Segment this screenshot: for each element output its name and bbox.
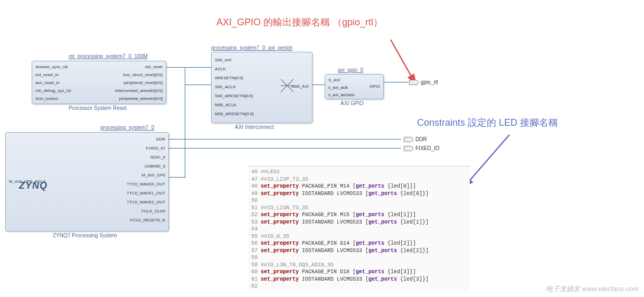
port: s_axi_aclk [328,85,348,90]
port: TTC0_WAVE1_OUT [127,191,165,196]
ext-port-gpio-rtl-label: gpio_rtl [421,79,438,85]
port: dcm_locked [35,96,58,101]
port: M00_ACLK [215,103,236,107]
port: SDIO_0 [150,155,165,160]
code-line: 57set_property IOSTANDARD LVCMOS33 [get_… [248,247,470,255]
port: TTC0_WAVE2_OUT [127,200,165,205]
code-line: 62 [248,283,470,290]
port: mb_debug_sys_rst [35,88,71,93]
port: DDR [156,137,165,142]
code-line: 48set_property PACKAGE_PIN M14 [get_port… [248,183,470,190]
svg-line-1 [463,135,509,188]
port: ARESETN[0:0] [215,76,243,80]
ext-port-ddr[interactable]: DDR [404,136,427,142]
port: FCLK_RESET0_N [130,218,165,222]
code-line: 55##IO_0_35 [248,233,470,240]
port: S_AXI [328,78,340,82]
port: M00_ARESETN[0:0] [215,112,253,116]
code-line: 46##LEDs [248,169,470,176]
zynq-block[interactable]: M_AXI_GP0_ACLK DDRFIXED_IOSDIO_0USBIND_0… [5,132,169,231]
zynq-block-caption: ZYNQ7 Processing System [53,233,117,238]
port: bus_struct_reset[0:0] [123,72,163,77]
gpio-port-gpio: GPIO [370,84,380,89]
code-line: 51##IO_L23N_T3_35 [248,205,470,212]
port: TTC0_WAVE0_OUT [127,182,165,187]
rst-block-title: rst_processing_system7_0_100M [69,53,148,59]
code-line: 56set_property PACKAGE_PIN G14 [get_port… [248,240,470,247]
port: interconnect_aresetn[0:0] [115,88,163,93]
port: peripheral_reset[0:0] [124,80,163,85]
code-line: 59##IO_L3N_T0_DQS_AD1N_35 [248,262,470,269]
zynq-logo: ZYNQ [19,180,48,191]
port: M_AXI_GP0 [142,173,165,178]
port: slowest_sync_clk [35,64,68,69]
gpio-block-title: axi_gpio_0 [338,67,363,73]
code-line: 54 [248,226,470,233]
code-line: 61set_property IOSTANDARD LVCMOS33 [get_… [248,276,470,283]
ext-port-gpio-rtl[interactable]: gpio_rtl [409,79,438,85]
code-line: 60set_property PACKAGE_PIN D18 [get_port… [248,268,470,276]
port: S00_AXI [215,58,232,62]
rst-block[interactable]: slowest_sync_clkext_reset_inaux_reset_in… [32,61,166,104]
port: mb_reset [145,64,163,69]
annotation-gpio-output: AXI_GPIO 的輸出接腳名稱 （gpio_rtl） [216,16,383,29]
ext-port-fixed-io-label: FIXED_IO [415,145,440,151]
code-line: 58 [248,254,470,262]
code-line: 52set_property PACKAGE_PIN M15 [get_port… [248,211,470,219]
gpio-block[interactable]: S_AXIs_axi_aclks_axi_aresetn GPIO [325,74,384,99]
port: peripheral_aresetn[0:0] [119,96,163,101]
code-line: 53set_property IOSTANDARD LVCMOS33 [get_… [248,219,470,226]
interconnect-block-caption: AXI Interconnect [235,124,274,130]
code-line: 47##IO_L23P_T3_35 [248,176,470,183]
port: S00_ARESETN[0:0] [215,94,253,98]
watermark: 电子发烧友 www.elecfans.com [546,284,639,294]
port: ACLK [215,67,226,71]
zynq-block-title: processing_system7_0 [100,125,154,131]
interconnect-block[interactable]: S00_AXIACLKARESETN[0:0]S00_ACLKS00_ARESE… [211,52,312,123]
code-line: 49set_property IOSTANDARD LVCMOS33 [get_… [248,190,470,198]
interconnect-crossbar-icon [279,78,295,94]
port: USBIND_0 [145,164,165,169]
port: FCLK_CLK0 [141,209,165,214]
port: aux_reset_in [35,80,60,85]
interconnect-block-title: processing_system7_0_axi_periph [211,45,292,51]
port: S00_ACLK [215,85,236,89]
ext-port-ddr-label: DDR [415,136,427,142]
constraints-code-panel: 46##LEDs47##IO_L23P_T3_3548set_property … [248,166,470,292]
gpio-block-caption: AXI GPIO [340,100,364,106]
port: s_axi_aresetn [328,92,355,97]
ext-port-fixed-io[interactable]: FIXED_IO [404,145,440,151]
rst-block-caption: Processor System Reset [69,105,127,111]
code-line: 50 [248,197,470,205]
port: ext_reset_in [35,72,59,77]
port: FIXED_IO [146,146,165,151]
